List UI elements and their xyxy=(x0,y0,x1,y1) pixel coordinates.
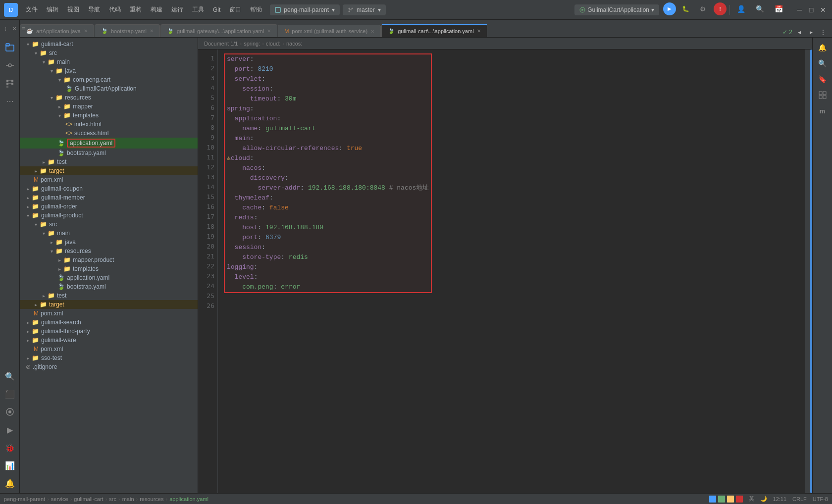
minimize-button[interactable]: ─ xyxy=(794,5,804,15)
status-path-service[interactable]: service xyxy=(51,496,68,502)
status-path-main[interactable]: main xyxy=(122,496,134,502)
tree-bootstrap-yaml-1[interactable]: 🍃 bootstrap.yaml xyxy=(20,149,198,157)
right-notifications-icon[interactable]: 🔔 xyxy=(815,40,831,55)
tree-package-cart[interactable]: ▾ 📁 com.peng.cart xyxy=(20,75,198,84)
tree-main-1[interactable]: ▾ 📁 main xyxy=(20,57,198,66)
menu-code[interactable]: 代码 xyxy=(105,3,125,16)
tree-bootstrap-yaml-product[interactable]: 🍃 bootstrap.yaml xyxy=(20,282,198,291)
tree-ware[interactable]: ▸ 📁 gulimall-ware xyxy=(20,336,198,345)
menu-window[interactable]: 窗口 xyxy=(225,3,245,16)
tab-nav-left[interactable]: ◂ xyxy=(794,27,804,37)
status-encoding[interactable]: UTF-8 xyxy=(813,496,828,502)
tree-application-yaml-cart[interactable]: 🍃 application.yaml xyxy=(20,138,198,149)
app-run-selector[interactable]: GulimallCartApplication ▾ xyxy=(574,4,659,15)
tree-search[interactable]: ▸ 📁 gulimall-search xyxy=(20,318,198,327)
tree-toolbar-btn3[interactable]: ✕ xyxy=(10,24,19,33)
tree-product[interactable]: ▾ 📁 gulimall-product xyxy=(20,211,198,220)
run-button[interactable]: ▶ xyxy=(663,2,676,15)
tree-gitignore[interactable]: ⊘ .gitignore xyxy=(20,362,198,371)
tree-pom-root[interactable]: M pom.xml xyxy=(20,345,198,353)
sidebar-git-icon[interactable] xyxy=(2,404,18,420)
status-crlf[interactable]: CRLF xyxy=(792,496,807,502)
menu-edit[interactable]: 编辑 xyxy=(43,3,62,16)
tab-close-icon[interactable]: ✕ xyxy=(84,28,88,34)
tree-templates-product[interactable]: ▸ 📁 templates xyxy=(20,264,198,273)
tree-order[interactable]: ▸ 📁 gulimall-order xyxy=(20,202,198,211)
sidebar-run-icon[interactable]: ▶ xyxy=(2,422,18,438)
tree-templates-1[interactable]: ▾ 📁 templates xyxy=(20,111,198,120)
close-button[interactable]: ✕ xyxy=(818,5,828,15)
sidebar-more-icon[interactable]: ⋯ xyxy=(2,93,18,109)
menu-view[interactable]: 视图 xyxy=(63,3,83,16)
tree-main-product[interactable]: ▾ 📁 main xyxy=(20,229,198,238)
tab-pom-auth[interactable]: M pom.xml (gulimall-auth-service) ✕ xyxy=(278,25,381,37)
user-icon[interactable]: 👤 xyxy=(733,1,749,17)
tab-nav-right[interactable]: ▸ xyxy=(806,27,816,37)
tab-artapplication[interactable]: ☕ artApplication.java ✕ xyxy=(20,24,94,37)
menu-run[interactable]: 运行 xyxy=(167,3,187,16)
tree-member[interactable]: ▸ 📁 gulimall-member xyxy=(20,193,198,202)
tab-more[interactable]: ⋮ xyxy=(818,27,828,37)
status-path-resources[interactable]: resources xyxy=(140,496,163,502)
right-bookmarks-icon[interactable]: 🔖 xyxy=(815,71,831,87)
menu-build[interactable]: 构建 xyxy=(147,3,166,16)
tree-success-html[interactable]: <> success.html xyxy=(20,129,198,138)
tree-toolbar-btn2[interactable]: ↕ xyxy=(2,24,9,33)
menu-file[interactable]: 文件 xyxy=(22,3,42,16)
tree-third-party[interactable]: ▸ 📁 gulimall-third-party xyxy=(20,327,198,336)
sidebar-notification-icon[interactable]: 🔔 xyxy=(2,475,18,491)
tree-coupon[interactable]: ▸ 📁 gulimall-coupon xyxy=(20,184,198,193)
sidebar-commit-icon[interactable] xyxy=(2,57,18,73)
code-editor[interactable]: server: port: 8210 servlet: session: tim… xyxy=(218,50,805,493)
tree-java-1[interactable]: ▾ 📁 java xyxy=(20,66,198,75)
tree-pom-cart[interactable]: M pom.xml xyxy=(20,175,198,184)
tree-src-product[interactable]: ▾ 📁 src xyxy=(20,220,198,229)
tree-src-1[interactable]: ▾ 📁 src xyxy=(20,49,198,57)
debug-button[interactable]: 🐛 xyxy=(679,2,692,15)
calendar-icon[interactable]: 📅 xyxy=(771,1,786,17)
tab-close-icon[interactable]: ✕ xyxy=(150,28,154,34)
tree-resources-1[interactable]: ▾ 📁 resources xyxy=(20,93,198,102)
menu-refactor[interactable]: 重构 xyxy=(126,3,146,16)
right-structure-icon[interactable] xyxy=(815,87,831,103)
tree-target-product[interactable]: ▸ 📁 target xyxy=(20,300,198,309)
menu-navigate[interactable]: 导航 xyxy=(84,3,104,16)
project-selector[interactable]: peng-mall-parent ▾ xyxy=(270,4,340,15)
tree-gulimall-app[interactable]: 🍃 GulimallCartApplication xyxy=(20,84,198,93)
tree-java-product[interactable]: ▸ 📁 java xyxy=(20,238,198,247)
tree-pom-product[interactable]: M pom.xml xyxy=(20,309,198,318)
tab-gateway-application[interactable]: 🍃 gulimall-gateway\...\application.yaml … xyxy=(160,24,277,37)
status-path-cart[interactable]: gulimall-cart xyxy=(74,496,103,502)
sidebar-profiler-icon[interactable]: 📊 xyxy=(2,457,18,473)
sidebar-search-icon[interactable]: 🔍 xyxy=(2,368,18,384)
tree-test-1[interactable]: ▸ 📁 test xyxy=(20,157,198,166)
tree-toolbar-btn1[interactable]: ⊙ xyxy=(0,24,1,33)
tab-close-icon[interactable]: ✕ xyxy=(267,28,271,34)
tree-toolbar-btn4[interactable]: ≡ xyxy=(20,24,27,33)
status-path-src[interactable]: src xyxy=(109,496,116,502)
tree-target-1[interactable]: ▸ 📁 target xyxy=(20,166,198,175)
sidebar-project-icon[interactable] xyxy=(2,40,18,55)
sidebar-structure-icon[interactable] xyxy=(2,75,18,91)
menu-tools[interactable]: 工具 xyxy=(188,3,208,16)
tree-application-yaml-product[interactable]: 🍃 application.yaml xyxy=(20,273,198,282)
notifications-icon[interactable]: ! xyxy=(714,2,727,15)
tab-close-icon[interactable]: ✕ xyxy=(477,28,481,34)
right-search-icon[interactable]: 🔍 xyxy=(815,55,831,71)
status-path-file[interactable]: application.yaml xyxy=(169,496,208,502)
tree-mapper-1[interactable]: ▸ 📁 mapper xyxy=(20,102,198,111)
tab-bootstrap[interactable]: 🍃 bootstrap.yaml ✕ xyxy=(95,24,160,37)
tree-gulimall-cart[interactable]: ▾ 📁 gulimall-cart xyxy=(20,40,198,49)
tree-sso-test[interactable]: ▸ 📁 sso-test xyxy=(20,353,198,362)
sidebar-terminal-icon[interactable]: ⬛ xyxy=(2,386,18,402)
search-icon[interactable]: 🔍 xyxy=(752,1,768,17)
tree-resources-product[interactable]: ▾ 📁 resources xyxy=(20,247,198,255)
sidebar-debug-icon[interactable]: 🐞 xyxy=(2,440,18,455)
maximize-button[interactable]: □ xyxy=(806,5,816,15)
branch-selector[interactable]: master ▾ xyxy=(343,4,386,15)
settings-icon[interactable]: ⚙ xyxy=(695,1,711,17)
menu-help[interactable]: 帮助 xyxy=(246,3,266,16)
tree-index-html[interactable]: <> index.html xyxy=(20,120,198,129)
tree-test-product[interactable]: ▸ 📁 test xyxy=(20,291,198,300)
tree-mapper-product[interactable]: ▸ 📁 mapper.product xyxy=(20,255,198,264)
